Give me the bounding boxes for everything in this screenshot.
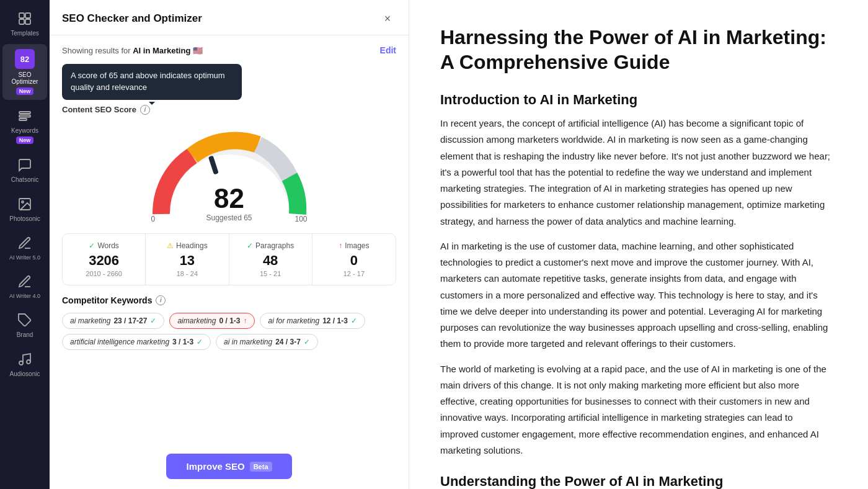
stat-paragraphs: ✓ Paragraphs 48 15 - 21	[229, 234, 312, 285]
gauge-max: 100	[294, 215, 307, 223]
audiosonic-icon	[16, 351, 33, 368]
paragraphs-check-icon: ✓	[247, 241, 253, 250]
templates-icon	[16, 10, 33, 27]
sidebar-item-label: SEOOptimizer	[12, 71, 38, 85]
svg-rect-2	[19, 19, 24, 24]
competitor-info-icon[interactable]: i	[156, 295, 166, 305]
ai-writer-5-icon	[16, 235, 33, 252]
keyword-check-icon: ✓	[150, 316, 156, 325]
sidebar-item-audiosonic[interactable]: Audiosonic	[2, 346, 47, 382]
sidebar-item-label: Templates	[11, 30, 39, 37]
sidebar-item-templates[interactable]: Templates	[2, 5, 47, 42]
showing-prefix: Showing results for AI in Marketing 🇺🇸	[62, 46, 203, 55]
stat-headings: ⚠ Headings 13 18 - 24	[146, 234, 229, 285]
svg-rect-12	[208, 155, 218, 174]
document-title: Harnessing the Power of AI in Marketing:…	[440, 25, 831, 74]
competitor-section-title: Competitor Keywords i	[62, 295, 396, 305]
svg-rect-6	[19, 119, 27, 120]
keyword-chip-ai-marketing[interactable]: ai marketing 23 / 17-27 ✓	[62, 313, 164, 329]
headings-warn-icon: ⚠	[167, 241, 174, 250]
section-heading-power: Understanding the Power of AI in Marketi…	[440, 473, 831, 489]
intro-paragraph-3: The world of marketing is evolving at a …	[440, 361, 831, 459]
chatsonic-icon	[16, 156, 33, 174]
keyword-chip-artificial-intelligence-marketing[interactable]: artificial intelligence marketing 3 / 1-…	[62, 334, 211, 350]
keyword-up-icon: ↑	[243, 316, 247, 325]
keyword-check-icon: ✓	[351, 316, 357, 325]
gauge-min: 0	[151, 215, 156, 223]
sidebar: Templates 82 SEOOptimizer New Keywords N…	[0, 0, 50, 489]
new-badge: New	[16, 87, 34, 95]
svg-point-10	[19, 361, 23, 365]
sidebar-item-photosonic[interactable]: Photosonic	[2, 191, 47, 227]
sidebar-item-keywords[interactable]: Keywords New	[2, 102, 47, 149]
sidebar-item-ai-writer-5[interactable]: AI Writer 5.0	[2, 230, 47, 266]
search-keyword: AI in Marketing	[133, 46, 190, 55]
sidebar-item-label: Photosonic	[9, 215, 40, 222]
sidebar-item-ai-writer-4[interactable]: AI Writer 4.0	[2, 268, 47, 304]
photosonic-icon	[16, 195, 33, 213]
svg-point-8	[22, 201, 24, 203]
words-check-icon: ✓	[89, 241, 95, 250]
headings-range: 18 - 24	[151, 270, 223, 277]
keywords-grid: ai marketing 23 / 17-27 ✓ aimarketing 0 …	[62, 313, 396, 350]
seo-score-badge: 82	[15, 49, 35, 69]
paragraphs-range: 15 - 21	[234, 270, 307, 277]
paragraphs-value: 48	[234, 253, 307, 269]
tooltip-text: A score of 65 and above indicates optimu…	[71, 71, 225, 92]
gauge-suggested: Suggested 65	[206, 213, 252, 222]
sidebar-item-label: Brand	[17, 331, 33, 338]
svg-rect-1	[25, 13, 30, 18]
tooltip-box: A score of 65 and above indicates optimu…	[62, 64, 242, 100]
svg-rect-5	[19, 115, 30, 117]
images-range: 12 - 17	[317, 270, 391, 277]
panel-title: SEO Checker and Optimizer	[62, 12, 202, 25]
stat-images: ↑ Images 0 12 - 17	[312, 234, 396, 285]
intro-paragraph-1: In recent years, the concept of artifici…	[440, 115, 831, 230]
sidebar-item-label: AI Writer 4.0	[9, 293, 40, 299]
score-label: Content SEO Score i	[62, 105, 396, 115]
svg-rect-4	[19, 112, 30, 114]
stat-words: ✓ Words 3206 2010 - 2660	[63, 234, 146, 285]
showing-results-bar: Showing results for AI in Marketing 🇺🇸 E…	[62, 45, 396, 55]
sidebar-item-label: AI Writer 5.0	[9, 254, 40, 261]
score-section: Content SEO Score i	[62, 105, 396, 223]
keyword-chip-ai-for-marketing[interactable]: ai for marketing 12 / 1-3 ✓	[260, 313, 365, 329]
words-range: 2010 - 2660	[68, 270, 140, 277]
keyword-check-icon: ✓	[304, 338, 310, 346]
gauge-score: 82	[214, 185, 244, 212]
competitor-keywords-section: Competitor Keywords i ai marketing 23 / …	[62, 295, 396, 350]
stats-row: ✓ Words 3206 2010 - 2660 ⚠ Headings 13 1…	[62, 233, 396, 285]
improve-btn-container: Improve SEO Beta	[50, 446, 409, 489]
panel-body: Showing results for AI in Marketing 🇺🇸 E…	[50, 35, 409, 446]
images-value: 0	[317, 253, 391, 269]
headings-value: 13	[151, 253, 223, 269]
sidebar-item-label: Keywords	[11, 127, 38, 134]
words-value: 3206	[68, 253, 140, 269]
beta-badge: Beta	[250, 462, 272, 472]
keyword-check-icon: ✓	[197, 338, 203, 346]
intro-paragraph-2: AI in marketing is the use of customer d…	[440, 238, 831, 352]
section-heading-intro: Introduction to AI in Marketing	[440, 92, 831, 108]
sidebar-item-label: Chatsonic	[11, 176, 38, 183]
svg-point-11	[27, 360, 30, 364]
flag-icon: 🇺🇸	[193, 46, 203, 55]
svg-rect-3	[25, 19, 30, 24]
images-up-icon: ↑	[339, 241, 342, 250]
gauge-container: 0 100 82 Suggested 65	[62, 121, 396, 223]
sidebar-item-seo-optimizer[interactable]: 82 SEOOptimizer New	[2, 44, 47, 100]
info-icon[interactable]: i	[140, 105, 150, 115]
keyword-chip-ai-in-marketing[interactable]: ai in marketing 24 / 3-7 ✓	[216, 334, 318, 350]
ai-writer-4-icon	[16, 273, 33, 290]
content-area: Harnessing the Power of AI in Marketing:…	[409, 0, 868, 489]
improve-seo-button[interactable]: Improve SEO Beta	[166, 454, 291, 479]
sidebar-item-brand[interactable]: Brand	[2, 307, 47, 343]
new-badge: New	[16, 137, 34, 144]
edit-button[interactable]: Edit	[380, 45, 396, 55]
keyword-chip-aimarketing[interactable]: aimarketing 0 / 1-3 ↑	[169, 313, 255, 329]
sidebar-item-chatsonic[interactable]: Chatsonic	[2, 151, 47, 188]
keywords-icon	[16, 107, 33, 125]
svg-rect-0	[19, 13, 24, 18]
seo-panel: SEO Checker and Optimizer × Showing resu…	[50, 0, 409, 489]
close-button[interactable]: ×	[379, 10, 396, 27]
brand-icon	[16, 312, 33, 329]
